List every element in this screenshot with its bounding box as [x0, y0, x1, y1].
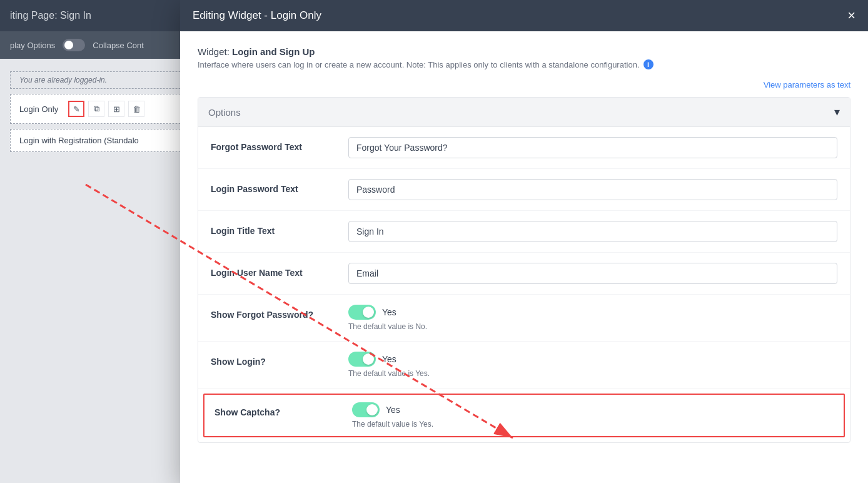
show-login-label: Show Login? — [211, 352, 336, 367]
delete-icon: 🗑 — [133, 104, 141, 114]
options-section: Options ▾ Forgot Password Text Login Pas… — [198, 97, 850, 443]
show-captcha-default: The default value is Yes. — [352, 420, 834, 429]
widget-name-section: Widget: Login and Sign Up Interface wher… — [198, 46, 850, 69]
show-captcha-toggle[interactable] — [352, 402, 380, 417]
view-params-link[interactable]: View parameters as text — [764, 80, 850, 89]
options-label: Options — [208, 107, 241, 118]
show-login-toggle-row: Yes — [348, 352, 837, 367]
login-title-text-row: Login Title Text — [198, 211, 850, 253]
show-login-toggle[interactable] — [348, 352, 376, 367]
view-params-link-container: View parameters as text — [198, 79, 850, 89]
show-forgot-password-toggle-row: Yes — [348, 305, 837, 320]
show-captcha-toggle-row: Yes — [352, 402, 834, 417]
info-icon[interactable]: i — [643, 59, 654, 69]
forgot-password-text-input[interactable] — [348, 137, 837, 158]
login-username-text-row: Login User Name Text — [198, 253, 850, 295]
login-username-text-label: Login User Name Text — [211, 263, 336, 278]
show-login-row: Show Login? Yes The default value is Yes… — [198, 342, 850, 389]
page-title: iting Page: Sign In — [10, 10, 91, 21]
chevron-down-icon: ▾ — [834, 105, 840, 119]
show-captcha-value: Yes — [386, 405, 400, 415]
show-forgot-password-toggle[interactable] — [348, 305, 376, 320]
show-forgot-password-row: Show Forgot Password? Yes The default va… — [198, 295, 850, 342]
options-body: Forgot Password Text Login Password Text… — [198, 127, 850, 437]
forgot-password-text-label: Forgot Password Text — [211, 137, 336, 152]
show-captcha-row: Show Captcha? Yes The default value is Y… — [203, 394, 845, 437]
widget-description: Interface where users can log in or crea… — [198, 59, 850, 69]
widget-name: Login and Sign Up — [232, 46, 315, 57]
login-password-text-row: Login Password Text — [198, 169, 850, 211]
show-forgot-password-value: Yes — [382, 307, 396, 317]
show-captcha-control: Yes The default value is Yes. — [352, 402, 834, 429]
modal-close-button[interactable]: × — [847, 9, 855, 23]
clipboard-icon: ⧉ — [94, 104, 99, 114]
modal-body: Widget: Login and Sign Up Interface wher… — [180, 31, 868, 483]
forgot-password-text-row: Forgot Password Text — [198, 127, 850, 169]
show-captcha-label: Show Captcha? — [214, 402, 340, 417]
login-title-text-control — [348, 221, 837, 242]
toolbar-toggle[interactable] — [63, 39, 85, 51]
forgot-password-text-control — [348, 137, 837, 158]
login-title-text-label: Login Title Text — [211, 221, 336, 236]
copy-icon: ⊞ — [113, 104, 120, 114]
collapse-label: Collapse Cont — [93, 41, 144, 50]
login-username-text-input[interactable] — [348, 263, 837, 284]
widget-name-label: Widget: Login and Sign Up — [198, 46, 850, 57]
show-forgot-password-label: Show Forgot Password? — [211, 305, 336, 320]
login-title-text-input[interactable] — [348, 221, 837, 242]
widget-login-only-label: Login Only — [19, 104, 58, 114]
show-forgot-password-default: The default value is No. — [348, 322, 837, 331]
show-login-control: Yes The default value is Yes. — [348, 352, 837, 378]
clipboard-button[interactable]: ⧉ — [88, 101, 104, 117]
delete-button[interactable]: 🗑 — [128, 101, 144, 117]
show-login-value: Yes — [382, 354, 396, 364]
show-forgot-password-control: Yes The default value is No. — [348, 305, 837, 331]
toolbar-label: play Options — [10, 41, 55, 50]
login-username-text-control — [348, 263, 837, 284]
login-password-text-input[interactable] — [348, 179, 837, 200]
edit-button[interactable]: ✎ — [68, 101, 84, 117]
login-password-text-control — [348, 179, 837, 200]
edit-icon: ✎ — [73, 104, 80, 114]
modal-header: Editing Widget - Login Only × — [180, 0, 868, 31]
copy-button[interactable]: ⊞ — [108, 101, 124, 117]
widget-actions: ✎ ⧉ ⊞ 🗑 — [68, 101, 144, 117]
modal-title: Editing Widget - Login Only — [193, 9, 321, 22]
login-password-text-label: Login Password Text — [211, 179, 336, 194]
options-header[interactable]: Options ▾ — [198, 98, 850, 127]
widget-login-reg-label: Login with Registration (Standalo — [19, 136, 139, 145]
show-login-default: The default value is Yes. — [348, 369, 837, 378]
edit-widget-modal: Editing Widget - Login Only × Widget: Lo… — [180, 0, 868, 483]
